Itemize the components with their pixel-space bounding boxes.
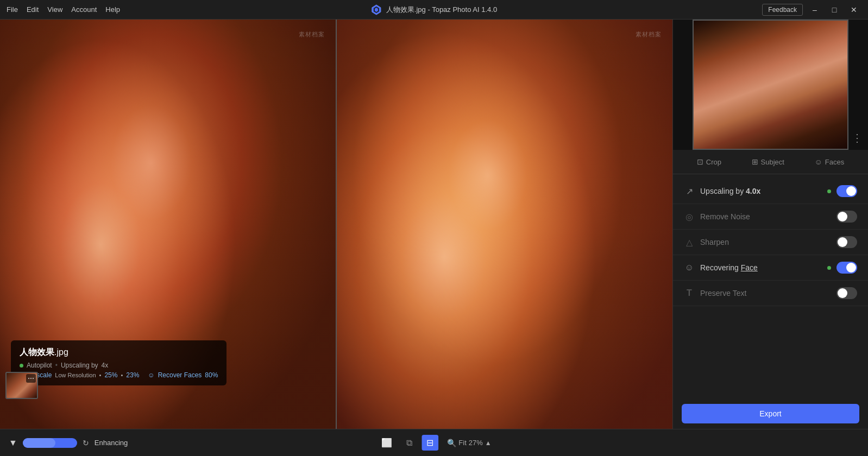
preview-dots-icon[interactable]: ⋮	[852, 131, 863, 144]
bottom-bar: ▼ ↻ Enhancing ⬜ ⧉ ⊟ 🔍 Fit 27% ▲	[0, 429, 868, 456]
tab-faces[interactable]: ☺ Faces	[810, 155, 849, 168]
setting-remove-noise: ◎ Remove Noise	[673, 204, 868, 230]
recovering-face-icon: ☺	[684, 263, 695, 273]
right-panel: ⋮ ⊡ Crop ⊞ Subject ☺ Faces ↗ Upscali	[672, 20, 868, 429]
close-button[interactable]: ✕	[846, 2, 861, 17]
upscaling-toggle[interactable]	[836, 185, 857, 197]
upscaling-label: Upscaling by	[61, 362, 98, 369]
setting-sharpen: △ Sharpen	[673, 230, 868, 255]
remove-noise-dot	[827, 215, 831, 219]
side-by-side-button[interactable]: ⊟	[422, 435, 438, 451]
image-panels: 素材档案 素材档案 人物效果.jpg Autopilot • Upscaling…	[0, 20, 672, 429]
zoom-fit-label: Fit	[458, 439, 466, 447]
recover-detail: ☺ Recover Faces 80%	[148, 371, 218, 379]
tab-faces-label: Faces	[825, 158, 844, 166]
faces-icon: ☺	[815, 157, 822, 166]
after-panel: 素材档案	[337, 20, 672, 429]
tab-subject-label: Subject	[761, 158, 784, 166]
menu-file[interactable]: File	[7, 5, 18, 14]
titlebar-left: File Edit View Account Help	[7, 5, 120, 14]
info-detail-row: ↗ Upscale Low Resolution • 25% • 23% ☺ R…	[20, 371, 218, 379]
remove-noise-toggle-knob	[838, 212, 847, 221]
menu-help[interactable]: Help	[105, 5, 120, 14]
zoom-value: 27%	[469, 439, 483, 447]
tab-crop[interactable]: ⊡ Crop	[693, 155, 726, 168]
autopilot-label: Autopilot	[27, 362, 52, 369]
upscaling-icon: ↗	[684, 186, 695, 197]
progress-bar-inner	[23, 438, 55, 448]
bottom-center: ⬜ ⧉ ⊟ 🔍 Fit 27% ▲	[376, 435, 491, 451]
info-filename: 人物效果.jpg	[20, 347, 218, 358]
pct1-value: 25%	[104, 371, 117, 379]
watermark-after: 素材档案	[636, 30, 662, 39]
sharpen-toggle-knob	[838, 237, 847, 247]
filename-ext: .jpg	[54, 347, 68, 357]
app-logo-icon	[371, 4, 382, 15]
sharpen-label: Sharpen	[700, 238, 822, 246]
preserve-text-icon: T	[684, 288, 695, 298]
titlebar-center: 人物效果.jpg - Topaz Photo AI 1.4.0	[371, 4, 497, 15]
split-view-button[interactable]: ⧉	[401, 435, 417, 451]
setting-upscaling: ↗ Upscaling by 4.0x	[673, 179, 868, 204]
setting-preserve-text: T Preserve Text	[673, 281, 868, 306]
upscaling-value: 4x	[102, 362, 109, 369]
after-image	[337, 20, 672, 429]
remove-noise-label: Remove Noise	[700, 212, 822, 221]
progress-bar	[23, 438, 77, 448]
watermark-before: 素材档案	[299, 30, 325, 39]
pct2-value: 23%	[126, 371, 139, 379]
thumbnail-dots-button[interactable]: ⋯	[26, 374, 36, 383]
titlebar: File Edit View Account Help 人物效果.jpg - T…	[0, 0, 868, 20]
filename-prefix: 人物效果	[20, 347, 54, 357]
thumbnail-strip: ⋯	[0, 369, 43, 402]
settings-list: ↗ Upscaling by 4.0x ◎ Remove Noise	[673, 174, 868, 398]
recovering-face-dot	[827, 266, 831, 270]
menu-view[interactable]: View	[47, 5, 62, 14]
low-resolution-label: Low Resolution	[55, 372, 96, 378]
recovering-face-value: Face	[741, 263, 758, 272]
thumbnail-item[interactable]: ⋯	[5, 372, 38, 399]
setting-recovering-face: ☺ Recovering Face	[673, 255, 868, 281]
export-button[interactable]: Export	[682, 404, 859, 423]
preserve-text-toggle[interactable]	[836, 287, 857, 299]
upscaling-toggle-knob	[846, 186, 856, 196]
zoom-icon: 🔍	[447, 439, 456, 447]
recovering-face-label: Recovering Face	[700, 263, 822, 272]
chevron-down-button[interactable]: ▼	[9, 438, 17, 448]
subject-icon: ⊞	[752, 157, 758, 166]
tool-tabs: ⊡ Crop ⊞ Subject ☺ Faces	[673, 150, 868, 174]
upscaling-active-dot	[827, 189, 831, 193]
minimize-button[interactable]: –	[807, 2, 822, 17]
menu-edit[interactable]: Edit	[27, 5, 39, 14]
titlebar-right: Feedback – □ ✕	[762, 2, 861, 17]
preserve-text-label: Preserve Text	[700, 289, 822, 297]
feedback-button[interactable]: Feedback	[762, 4, 803, 16]
thumbnail-preview: ⋮	[673, 20, 868, 150]
menu-items: File Edit View Account Help	[7, 5, 120, 14]
bottom-left: ▼ ↻ Enhancing	[9, 438, 128, 448]
remove-noise-icon: ◎	[684, 212, 695, 222]
main-area: 素材档案 素材档案 人物效果.jpg Autopilot • Upscaling…	[0, 20, 868, 429]
maximize-button[interactable]: □	[827, 2, 842, 17]
zoom-control: 🔍 Fit 27% ▲	[447, 439, 491, 447]
recovering-face-toggle-knob	[846, 263, 856, 273]
zoom-chevron-icon[interactable]: ▲	[485, 439, 492, 447]
remove-noise-toggle[interactable]	[836, 211, 857, 223]
menu-account[interactable]: Account	[71, 5, 97, 14]
sharpen-toggle[interactable]	[836, 236, 857, 248]
sharpen-dot	[827, 240, 831, 244]
preview-image	[693, 20, 848, 150]
single-view-button[interactable]: ⬜	[376, 435, 397, 451]
autopilot-dot-icon	[20, 364, 23, 368]
enhancing-spinner-icon: ↻	[83, 439, 89, 447]
recovering-face-toggle[interactable]	[836, 262, 857, 274]
upscaling-setting-value: 4.0x	[746, 187, 760, 195]
tab-subject[interactable]: ⊞ Subject	[747, 155, 789, 168]
preserve-text-toggle-knob	[838, 288, 847, 298]
tab-crop-label: Crop	[706, 158, 721, 166]
window-title: 人物效果.jpg - Topaz Photo AI 1.4.0	[386, 5, 497, 15]
info-autopilot-row: Autopilot • Upscaling by 4x	[20, 362, 218, 369]
upscaling-setting-label: Upscaling by 4.0x	[700, 187, 822, 195]
enhancing-label: Enhancing	[95, 439, 128, 447]
recover-pct: 80%	[205, 371, 218, 379]
